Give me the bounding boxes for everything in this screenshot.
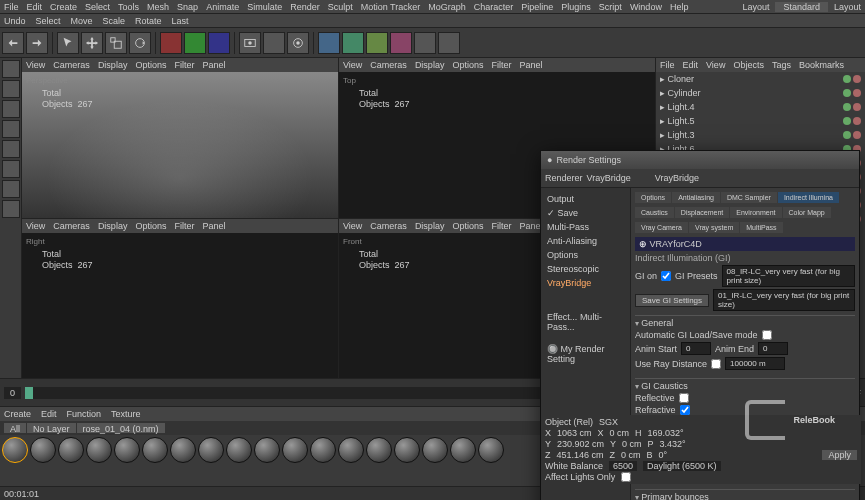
- vp-menu-cameras[interactable]: Cameras: [53, 60, 90, 70]
- menu-plugins[interactable]: Plugins: [561, 2, 591, 12]
- material-ball[interactable]: [226, 437, 252, 463]
- opt-options[interactable]: Options: [545, 248, 626, 262]
- material-ball[interactable]: [478, 437, 504, 463]
- polygon-mode[interactable]: [2, 160, 20, 178]
- axis-mode[interactable]: [2, 100, 20, 118]
- menu-edit[interactable]: Edit: [27, 2, 43, 12]
- menu-character[interactable]: Character: [474, 2, 514, 12]
- cube-primitive[interactable]: [318, 32, 340, 54]
- use-ray-checkbox[interactable]: [711, 359, 721, 369]
- vp-menu-view[interactable]: View: [26, 60, 45, 70]
- scale-tool[interactable]: [105, 32, 127, 54]
- tab-vraycamera[interactable]: Vray Camera: [635, 222, 688, 233]
- menu-select[interactable]: Select: [85, 2, 110, 12]
- cmd-rotate[interactable]: Rotate: [135, 16, 162, 26]
- gi-on-checkbox[interactable]: [661, 271, 671, 281]
- objmgr-edit[interactable]: Edit: [683, 60, 699, 70]
- mat-tab-all[interactable]: All: [4, 423, 26, 433]
- undo-button[interactable]: [2, 32, 24, 54]
- tab-antialiasing[interactable]: Antialiasing: [672, 192, 720, 203]
- opt-stereo[interactable]: Stereoscopic: [545, 262, 626, 276]
- objmgr-objects[interactable]: Objects: [733, 60, 764, 70]
- menu-animate[interactable]: Animate: [206, 2, 239, 12]
- menu-script[interactable]: Script: [599, 2, 622, 12]
- menu-simulate[interactable]: Simulate: [247, 2, 282, 12]
- vp-menu-options[interactable]: Options: [135, 60, 166, 70]
- tab-caustics[interactable]: Caustics: [635, 207, 674, 218]
- material-ball[interactable]: [282, 437, 308, 463]
- select-tool[interactable]: [57, 32, 79, 54]
- reflective-checkbox[interactable]: [679, 393, 689, 403]
- vp-menu-panel[interactable]: Panel: [202, 60, 225, 70]
- wb-preset[interactable]: Daylight (6500 K): [643, 461, 721, 471]
- wb-field[interactable]: 6500: [609, 461, 637, 471]
- opt-antialiasing[interactable]: Anti-Aliasing: [545, 234, 626, 248]
- opt-save[interactable]: ✓ Save: [545, 206, 626, 220]
- light-button[interactable]: [438, 32, 460, 54]
- material-ball[interactable]: [422, 437, 448, 463]
- objmgr-bookmarks[interactable]: Bookmarks: [799, 60, 844, 70]
- cmd-last[interactable]: Last: [172, 16, 189, 26]
- menu-motiontracker[interactable]: Motion Tracker: [361, 2, 421, 12]
- material-ball[interactable]: [30, 437, 56, 463]
- object-row[interactable]: ▸ Cylinder: [656, 86, 865, 100]
- menu-snap[interactable]: Snap: [177, 2, 198, 12]
- cmd-undo[interactable]: Undo: [4, 16, 26, 26]
- render-region-button[interactable]: [263, 32, 285, 54]
- menu-tools[interactable]: Tools: [118, 2, 139, 12]
- material-ball[interactable]: [254, 437, 280, 463]
- material-ball[interactable]: [58, 437, 84, 463]
- material-ball[interactable]: [394, 437, 420, 463]
- anim-end-field[interactable]: 0: [758, 342, 788, 355]
- timeline-playhead[interactable]: [25, 387, 33, 399]
- cmd-scale[interactable]: Scale: [103, 16, 126, 26]
- material-ball[interactable]: [142, 437, 168, 463]
- dialog-title[interactable]: ● Render Settings: [541, 151, 859, 169]
- menu-file[interactable]: File: [4, 2, 19, 12]
- my-render-setting[interactable]: My Render Setting: [547, 344, 605, 364]
- tab-colormap[interactable]: Color Mapp: [783, 207, 831, 218]
- redo-button[interactable]: [26, 32, 48, 54]
- objmgr-view[interactable]: View: [706, 60, 725, 70]
- object-row[interactable]: ▸ Cloner: [656, 72, 865, 86]
- y-axis-toggle[interactable]: [184, 32, 206, 54]
- mat-function[interactable]: Function: [67, 409, 102, 419]
- tab-displacement[interactable]: Displacement: [675, 207, 729, 218]
- opt-vraybridge[interactable]: VrayBridge: [545, 276, 626, 290]
- move-tool[interactable]: [81, 32, 103, 54]
- menu-mesh[interactable]: Mesh: [147, 2, 169, 12]
- objmgr-tags[interactable]: Tags: [772, 60, 791, 70]
- viewport-right[interactable]: ViewCamerasDisplayOptionsFilterPanel Rig…: [22, 219, 338, 379]
- tab-indirect[interactable]: Indirect Illumina: [778, 192, 839, 203]
- z-axis-toggle[interactable]: [208, 32, 230, 54]
- object-mode[interactable]: [2, 80, 20, 98]
- tab-environment[interactable]: Environment: [730, 207, 781, 218]
- menu-pipeline[interactable]: Pipeline: [521, 2, 553, 12]
- tab-vraysystem[interactable]: Vray system: [689, 222, 739, 233]
- model-mode[interactable]: [2, 60, 20, 78]
- menu-mograph[interactable]: MoGraph: [428, 2, 466, 12]
- material-ball[interactable]: [310, 437, 336, 463]
- mat-create[interactable]: Create: [4, 409, 31, 419]
- timeline-start[interactable]: 0: [4, 387, 21, 399]
- viewport-perspective[interactable]: View Cameras Display Options Filter Pane…: [22, 58, 338, 218]
- cmd-select[interactable]: Select: [36, 16, 61, 26]
- opt-multipass[interactable]: Multi-Pass: [545, 220, 626, 234]
- mat-tab-nolayer[interactable]: No Layer: [27, 423, 76, 433]
- menu-create[interactable]: Create: [50, 2, 77, 12]
- render-settings-button[interactable]: [287, 32, 309, 54]
- material-ball[interactable]: [2, 437, 28, 463]
- mat-texture[interactable]: Texture: [111, 409, 141, 419]
- apply-button[interactable]: Apply: [822, 450, 857, 460]
- object-row[interactable]: ▸ Light.4: [656, 100, 865, 114]
- x-axis-toggle[interactable]: [160, 32, 182, 54]
- anim-start-field[interactable]: 0: [681, 342, 711, 355]
- material-ball[interactable]: [366, 437, 392, 463]
- material-ball[interactable]: [114, 437, 140, 463]
- spline-primitive[interactable]: [342, 32, 364, 54]
- material-ball[interactable]: [450, 437, 476, 463]
- edge-mode[interactable]: [2, 140, 20, 158]
- material-ball[interactable]: [170, 437, 196, 463]
- layout-value[interactable]: Standard: [775, 2, 828, 12]
- vp-menu-filter[interactable]: Filter: [174, 60, 194, 70]
